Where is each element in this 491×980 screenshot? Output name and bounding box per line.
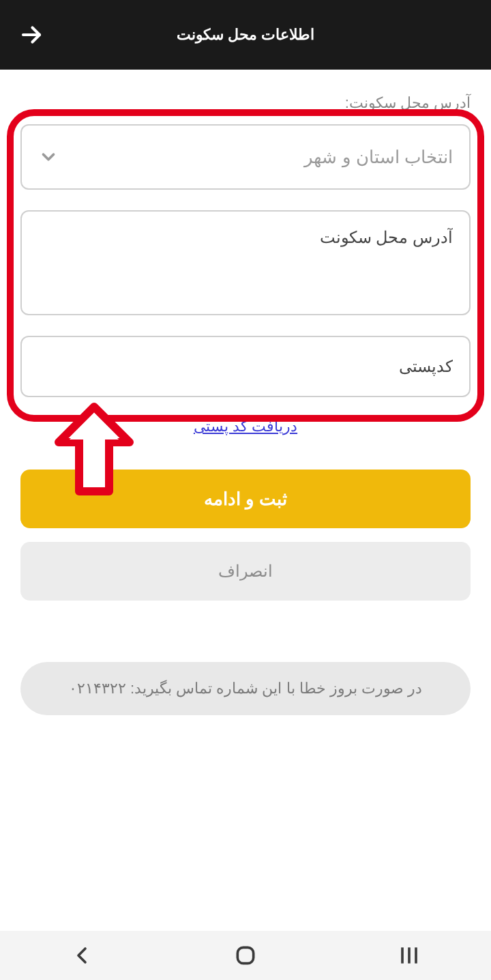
address-input[interactable] bbox=[38, 228, 453, 298]
nav-recent-icon[interactable] bbox=[396, 942, 423, 969]
get-postal-code-link[interactable]: دریافت کد پستی bbox=[20, 418, 471, 435]
postal-field-wrapper bbox=[20, 336, 471, 397]
app-header: اطلاعات محل سکونت bbox=[0, 0, 491, 70]
submit-continue-button[interactable]: ثبت و ادامه bbox=[20, 470, 471, 528]
province-city-placeholder: انتخاب استان و شهر bbox=[304, 147, 453, 168]
svg-rect-8 bbox=[237, 947, 253, 963]
help-contact-box: در صورت بروز خطا با این شماره تماس بگیری… bbox=[20, 662, 471, 715]
nav-back-icon[interactable] bbox=[68, 942, 95, 969]
page-title: اطلاعات محل سکونت bbox=[177, 26, 314, 44]
cancel-button[interactable]: انصراف bbox=[20, 542, 471, 601]
section-label: آدرس محل سکونت: bbox=[20, 94, 471, 112]
province-city-select[interactable]: انتخاب استان و شهر bbox=[20, 124, 471, 190]
android-nav-bar bbox=[0, 931, 491, 980]
chevron-down-icon bbox=[38, 147, 59, 167]
nav-home-icon[interactable] bbox=[232, 942, 259, 969]
address-field-wrapper bbox=[20, 210, 471, 315]
back-arrow-icon[interactable] bbox=[19, 23, 44, 47]
postal-code-input[interactable] bbox=[38, 357, 453, 376]
